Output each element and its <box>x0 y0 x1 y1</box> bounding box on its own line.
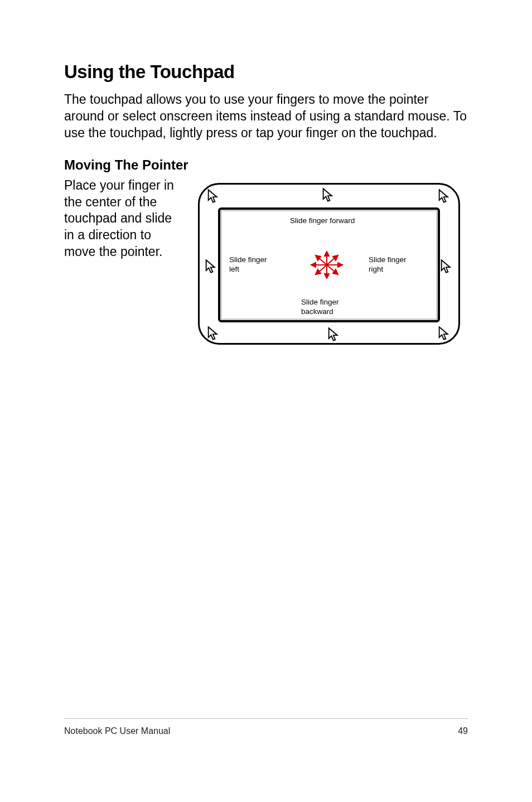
footer-page-number: 49 <box>458 726 468 736</box>
svg-marker-5 <box>311 263 316 267</box>
cursor-icon-bottom-center <box>327 327 341 342</box>
section-heading: Moving The Pointer <box>64 157 468 173</box>
direction-arrows-icon <box>309 251 344 279</box>
label-right-line1: Slide finger <box>369 255 407 265</box>
cursor-icon-top-left <box>207 189 220 204</box>
cursor-icon-bottom-right <box>438 326 451 341</box>
svg-marker-9 <box>316 255 321 260</box>
svg-marker-15 <box>333 269 338 274</box>
label-left-line1: Slide finger <box>229 255 267 265</box>
footer-divider <box>64 718 468 719</box>
label-forward: Slide finger forward <box>290 216 355 226</box>
label-right-line2: right <box>369 265 383 274</box>
svg-marker-1 <box>325 252 329 256</box>
svg-marker-13 <box>316 269 321 274</box>
cursor-icon-bottom-left <box>207 326 220 341</box>
page-title: Using the Touchpad <box>64 61 468 83</box>
cursor-icon-mid-right <box>440 259 453 274</box>
touchpad-diagram: Slide finger forward Slide finger left S… <box>192 177 466 350</box>
intro-paragraph: The touchpad allows you to use your fing… <box>64 91 468 142</box>
label-backward-line2: backward <box>301 307 333 317</box>
svg-marker-7 <box>338 263 342 267</box>
cursor-icon-top-center <box>322 187 335 203</box>
cursor-icon-top-right <box>438 189 451 204</box>
svg-marker-3 <box>325 274 329 278</box>
svg-marker-11 <box>333 255 338 260</box>
document-page: Using the Touchpad The touchpad allows y… <box>0 0 532 802</box>
label-left-line2: left <box>229 265 239 274</box>
side-paragraph: Place your finger in the center of the t… <box>64 177 181 260</box>
cursor-icon-mid-left <box>205 259 218 274</box>
diagram-container: Slide finger forward Slide finger left S… <box>192 177 468 350</box>
section-content-row: Place your finger in the center of the t… <box>64 177 468 350</box>
footer-title: Notebook PC User Manual <box>64 726 170 736</box>
label-backward-line1: Slide finger <box>301 298 339 307</box>
